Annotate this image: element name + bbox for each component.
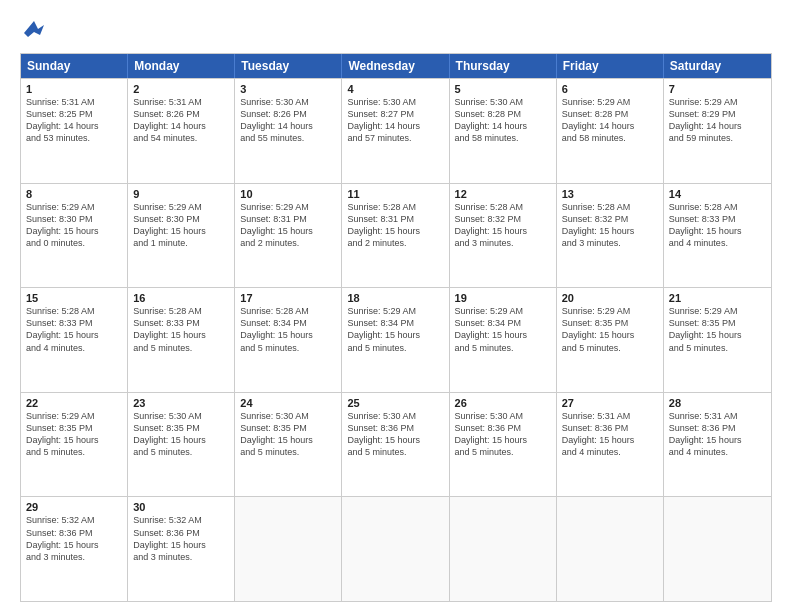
cal-day-info: Sunrise: 5:30 AMSunset: 8:35 PMDaylight:… [133,410,229,459]
cal-day-number: 24 [240,397,336,409]
cal-day-number: 2 [133,83,229,95]
cal-cell: 29Sunrise: 5:32 AMSunset: 8:36 PMDayligh… [21,497,128,601]
cal-day-info: Sunrise: 5:30 AMSunset: 8:35 PMDaylight:… [240,410,336,459]
cal-day-number: 7 [669,83,766,95]
header [20,15,772,43]
cal-cell: 22Sunrise: 5:29 AMSunset: 8:35 PMDayligh… [21,393,128,497]
cal-day-number: 8 [26,188,122,200]
cal-day-info: Sunrise: 5:29 AMSunset: 8:35 PMDaylight:… [562,305,658,354]
cal-cell: 28Sunrise: 5:31 AMSunset: 8:36 PMDayligh… [664,393,771,497]
cal-cell: 23Sunrise: 5:30 AMSunset: 8:35 PMDayligh… [128,393,235,497]
cal-day-info: Sunrise: 5:30 AMSunset: 8:27 PMDaylight:… [347,96,443,145]
cal-cell: 21Sunrise: 5:29 AMSunset: 8:35 PMDayligh… [664,288,771,392]
cal-day-info: Sunrise: 5:30 AMSunset: 8:26 PMDaylight:… [240,96,336,145]
cal-cell: 12Sunrise: 5:28 AMSunset: 8:32 PMDayligh… [450,184,557,288]
cal-cell: 6Sunrise: 5:29 AMSunset: 8:28 PMDaylight… [557,79,664,183]
cal-cell [664,497,771,601]
cal-cell: 10Sunrise: 5:29 AMSunset: 8:31 PMDayligh… [235,184,342,288]
cal-day-info: Sunrise: 5:29 AMSunset: 8:34 PMDaylight:… [347,305,443,354]
cal-day-info: Sunrise: 5:28 AMSunset: 8:33 PMDaylight:… [669,201,766,250]
cal-day-info: Sunrise: 5:29 AMSunset: 8:35 PMDaylight:… [26,410,122,459]
cal-cell: 14Sunrise: 5:28 AMSunset: 8:33 PMDayligh… [664,184,771,288]
cal-cell: 4Sunrise: 5:30 AMSunset: 8:27 PMDaylight… [342,79,449,183]
cal-cell: 9Sunrise: 5:29 AMSunset: 8:30 PMDaylight… [128,184,235,288]
cal-header-saturday: Saturday [664,54,771,78]
cal-day-number: 20 [562,292,658,304]
cal-day-info: Sunrise: 5:30 AMSunset: 8:36 PMDaylight:… [455,410,551,459]
cal-day-info: Sunrise: 5:28 AMSunset: 8:33 PMDaylight:… [133,305,229,354]
cal-cell: 19Sunrise: 5:29 AMSunset: 8:34 PMDayligh… [450,288,557,392]
page: SundayMondayTuesdayWednesdayThursdayFrid… [0,0,792,612]
cal-cell: 30Sunrise: 5:32 AMSunset: 8:36 PMDayligh… [128,497,235,601]
cal-cell: 7Sunrise: 5:29 AMSunset: 8:29 PMDaylight… [664,79,771,183]
cal-day-info: Sunrise: 5:32 AMSunset: 8:36 PMDaylight:… [26,514,122,563]
cal-cell: 26Sunrise: 5:30 AMSunset: 8:36 PMDayligh… [450,393,557,497]
cal-header-friday: Friday [557,54,664,78]
cal-day-number: 10 [240,188,336,200]
cal-week-1: 1Sunrise: 5:31 AMSunset: 8:25 PMDaylight… [21,78,771,183]
cal-cell: 8Sunrise: 5:29 AMSunset: 8:30 PMDaylight… [21,184,128,288]
cal-header-wednesday: Wednesday [342,54,449,78]
cal-day-number: 5 [455,83,551,95]
cal-header-tuesday: Tuesday [235,54,342,78]
cal-day-info: Sunrise: 5:29 AMSunset: 8:30 PMDaylight:… [133,201,229,250]
cal-day-info: Sunrise: 5:28 AMSunset: 8:31 PMDaylight:… [347,201,443,250]
cal-cell: 20Sunrise: 5:29 AMSunset: 8:35 PMDayligh… [557,288,664,392]
cal-header-thursday: Thursday [450,54,557,78]
cal-day-number: 26 [455,397,551,409]
cal-cell: 2Sunrise: 5:31 AMSunset: 8:26 PMDaylight… [128,79,235,183]
cal-cell: 11Sunrise: 5:28 AMSunset: 8:31 PMDayligh… [342,184,449,288]
cal-day-info: Sunrise: 5:30 AMSunset: 8:28 PMDaylight:… [455,96,551,145]
cal-day-number: 1 [26,83,122,95]
cal-day-number: 3 [240,83,336,95]
cal-day-info: Sunrise: 5:32 AMSunset: 8:36 PMDaylight:… [133,514,229,563]
cal-day-info: Sunrise: 5:31 AMSunset: 8:25 PMDaylight:… [26,96,122,145]
calendar-header-row: SundayMondayTuesdayWednesdayThursdayFrid… [21,54,771,78]
cal-day-number: 18 [347,292,443,304]
cal-day-number: 13 [562,188,658,200]
cal-day-number: 6 [562,83,658,95]
cal-day-number: 17 [240,292,336,304]
cal-week-3: 15Sunrise: 5:28 AMSunset: 8:33 PMDayligh… [21,287,771,392]
cal-day-number: 28 [669,397,766,409]
cal-day-info: Sunrise: 5:29 AMSunset: 8:35 PMDaylight:… [669,305,766,354]
cal-day-number: 19 [455,292,551,304]
cal-cell: 15Sunrise: 5:28 AMSunset: 8:33 PMDayligh… [21,288,128,392]
cal-day-number: 25 [347,397,443,409]
cal-day-info: Sunrise: 5:28 AMSunset: 8:33 PMDaylight:… [26,305,122,354]
cal-cell: 25Sunrise: 5:30 AMSunset: 8:36 PMDayligh… [342,393,449,497]
cal-day-number: 21 [669,292,766,304]
cal-week-4: 22Sunrise: 5:29 AMSunset: 8:35 PMDayligh… [21,392,771,497]
cal-header-sunday: Sunday [21,54,128,78]
cal-day-info: Sunrise: 5:29 AMSunset: 8:31 PMDaylight:… [240,201,336,250]
cal-day-info: Sunrise: 5:29 AMSunset: 8:30 PMDaylight:… [26,201,122,250]
cal-day-number: 14 [669,188,766,200]
cal-day-number: 16 [133,292,229,304]
cal-day-info: Sunrise: 5:31 AMSunset: 8:26 PMDaylight:… [133,96,229,145]
cal-day-number: 9 [133,188,229,200]
cal-cell: 5Sunrise: 5:30 AMSunset: 8:28 PMDaylight… [450,79,557,183]
cal-cell [450,497,557,601]
cal-cell: 16Sunrise: 5:28 AMSunset: 8:33 PMDayligh… [128,288,235,392]
cal-day-info: Sunrise: 5:28 AMSunset: 8:34 PMDaylight:… [240,305,336,354]
cal-header-monday: Monday [128,54,235,78]
cal-week-5: 29Sunrise: 5:32 AMSunset: 8:36 PMDayligh… [21,496,771,601]
cal-day-number: 15 [26,292,122,304]
cal-day-number: 4 [347,83,443,95]
cal-day-info: Sunrise: 5:29 AMSunset: 8:28 PMDaylight:… [562,96,658,145]
cal-cell: 13Sunrise: 5:28 AMSunset: 8:32 PMDayligh… [557,184,664,288]
logo-bird-icon [20,15,48,43]
cal-day-info: Sunrise: 5:28 AMSunset: 8:32 PMDaylight:… [455,201,551,250]
cal-cell [342,497,449,601]
cal-cell: 24Sunrise: 5:30 AMSunset: 8:35 PMDayligh… [235,393,342,497]
cal-day-number: 12 [455,188,551,200]
cal-day-number: 27 [562,397,658,409]
cal-day-number: 29 [26,501,122,513]
logo [20,15,52,43]
cal-cell [235,497,342,601]
cal-day-number: 11 [347,188,443,200]
cal-day-number: 30 [133,501,229,513]
cal-day-number: 22 [26,397,122,409]
cal-day-number: 23 [133,397,229,409]
cal-day-info: Sunrise: 5:28 AMSunset: 8:32 PMDaylight:… [562,201,658,250]
